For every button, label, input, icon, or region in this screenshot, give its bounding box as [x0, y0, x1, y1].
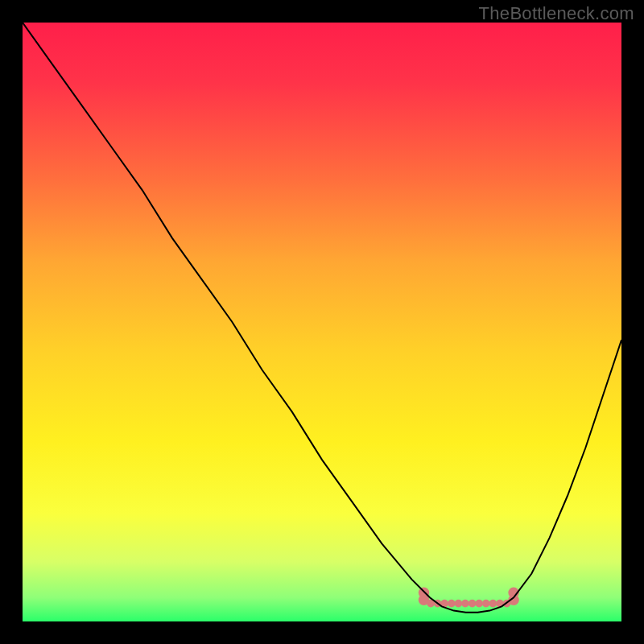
chart-frame: TheBottleneck.com: [0, 0, 644, 644]
curve-line: [23, 23, 621, 621]
watermark-text: TheBottleneck.com: [479, 3, 634, 24]
plot-area: [23, 23, 621, 621]
